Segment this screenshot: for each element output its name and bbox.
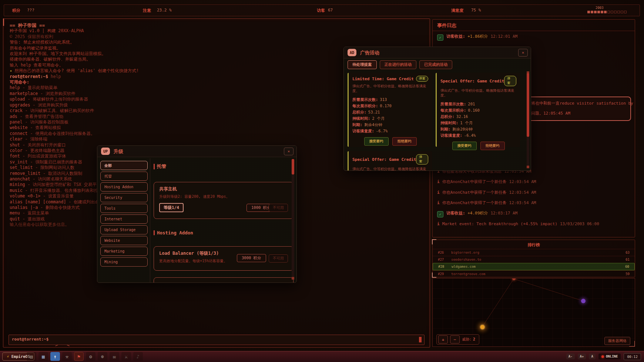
taskbar-icon[interactable]: ⚔ [121,352,131,361]
online-dot-icon [601,355,604,358]
close-icon[interactable]: × [518,49,528,57]
event-entry: iMarket event: Tech Breakthrough (+4.55%… [437,221,599,226]
visitors-value: 67 [328,8,333,13]
ad-offer-card: Limited Time: Game Credit 弹窗 弹出式广告。中等积分收… [348,73,432,147]
accept-offer-button[interactable]: 接受要约 [364,137,389,146]
popup-type-badge: 弹窗 [416,76,428,82]
info-icon: i [437,190,440,195]
echoed-command [48,74,51,79]
points-value: ??? [27,8,34,13]
category-button[interactable]: Internet [100,214,148,224]
category-button[interactable]: Marketing [100,247,148,256]
reject-offer-button[interactable]: 拒绝要约 [392,137,417,146]
info-icon: i [437,179,440,184]
category-button[interactable]: 托管 [100,172,148,181]
scrollbar[interactable] [527,71,529,168]
prompt: root@torrent:~$ [10,74,48,79]
taskbar-icon[interactable]: ▦ [38,352,48,361]
font-increase-button[interactable]: A+ [578,353,586,359]
level-badge: 等级1/4 [159,203,184,212]
visitors-label: 访客 [317,8,325,13]
year-progress-square [611,11,613,13]
scrollbar-thumb[interactable] [292,159,294,175]
terminal-input[interactable]: root@torrent:~$ [9,335,425,345]
scrollbar-thumb[interactable] [527,73,529,137]
year-progress-square [617,11,620,13]
upgrade-card-shared-host: 共享主机 升级到等级2: 容量200, 速度20 Mbps。 等级1/4 100… [154,182,294,219]
font-decrease-button[interactable]: A- [566,353,575,359]
leaderboard-row[interactable]: #28 wldgames.com 60 [433,263,635,270]
leaderboard-row[interactable]: #27 seedershaven.to 61 [433,256,635,263]
leaderboard-panel: 排行榜 #26 bigtorrent.org 63 #27 seedershav… [432,240,635,277]
leaderboard-title: 排行榜 [433,242,635,248]
attention-label: 注意 [143,8,151,13]
ad-tab[interactable]: 待处理提案 [348,60,377,69]
ad-tab[interactable]: 已完成的活动 [419,60,452,69]
category-button[interactable]: Mining [100,257,148,267]
zoom-out-button[interactable]: − [450,335,460,344]
scroll-down-arrow[interactable] [292,277,294,280]
taskbar-icon[interactable]: ⚒ [62,352,72,361]
category-button[interactable]: Upload Storage [100,225,148,234]
ad-modal-title: 广告活动 [360,50,379,56]
network-controls: + − 威胁:2 [436,334,479,345]
taskbar-icon[interactable]: ⚙ [86,352,95,361]
category-button[interactable]: Tools [100,204,148,213]
zoom-in-button[interactable]: + [438,335,448,344]
year-progress-square [591,11,593,13]
leaderboard-rows: #26 bigtorrent.org 63 #27 seedershaven.t… [433,249,635,277]
attention-value: 23.2 % [157,8,172,13]
taskbar-icon[interactable]: ⊕ [98,352,107,361]
leaderboard-row[interactable]: #29 torrentgroove.com 59 [433,270,635,277]
buy-button-disabled[interactable]: 不可用 [269,254,288,263]
ad-card-desc: 弹出式广告。中等积分收益。略微降低访客满意度。 [440,88,516,98]
server-node-active[interactable] [480,325,484,329]
taskbar-icon[interactable]: ✉ [110,352,119,361]
leaderboard-row[interactable]: #26 bigtorrent.org 63 [433,249,635,256]
divider [150,158,150,283]
ad-card-stats: 所需展示次数:313 每次展示积分:0.170 总积分:53.21 持续时间:2… [352,97,428,134]
ad-card-title: Special Offer: Game Credit [352,157,416,162]
upgrade-desc: 升级到等级2: 容量200, 速度20 Mbps。 [159,194,229,199]
upgrade-desc: 更高效地分配流量。每级+15%访客容量。 [159,258,227,264]
taskbar-icon[interactable]: ⚑ [74,352,84,361]
ad-card-desc: 弹出式广告。中等积分收益。略微降低访客满意度。 [352,84,428,93]
server-node-remote[interactable] [581,299,586,303]
category-button[interactable]: Website [100,236,148,245]
reject-offer-button[interactable]: 拒绝要约 [480,142,505,150]
category-button[interactable]: 全部 [100,161,148,170]
info-icon: i [437,200,440,205]
year-progress [587,11,627,13]
taskbar-icon[interactable]: ♪ [133,352,143,361]
ad-card-desc: 弹出式广告。中等积分收益。略微降低访客满意 [352,167,428,171]
close-icon[interactable]: × [284,148,294,155]
year-progress-square [587,11,590,13]
year-progress-square [597,11,600,13]
font-reset-button[interactable]: A [589,353,595,359]
ad-offer-card: Special Offer: Game Credit 弹窗 弹出式广告。中等积分… [436,73,520,147]
upgrade-badge-icon: UP [101,148,110,155]
popup-type-badge: 弹窗 [504,76,516,86]
event-entry: i你在AnonChat中获得了一个新任务12:03:54 AM [437,179,536,185]
stat-row: 每次展示积分:0.170 [352,103,428,109]
accept-offer-button[interactable]: 接受要约 [452,142,477,150]
buy-button-disabled[interactable]: 不可用 [269,204,288,212]
taskbar-icon[interactable]: ↑ [50,352,60,361]
server-network-button[interactable]: 服务器网络 [604,337,630,345]
price-tag: 3000 积分 [237,254,266,262]
stat-row: 持续时间:2 个月 [352,115,428,122]
clock: 00:12 [624,353,641,360]
year-value: 2003 [596,6,604,10]
info-icon: i [437,221,440,226]
ad-tab[interactable]: 正在进行的活动 [380,60,417,69]
category-button[interactable]: Security [100,193,148,202]
satisfaction-label: 满意度 [451,8,463,13]
scrollbar[interactable] [292,159,294,280]
ad-modal-titlebar: AD 广告活动 × [344,47,531,58]
taskbar: ⚡ EmpireOS ▤ ▦ ↑ ⚒ ⚑ ⚙ ⊕ ✉ ⚔ ♪ A- A+ A [0,351,644,362]
year-progress-square [594,11,597,13]
category-button[interactable]: Hosting Addon [100,182,148,192]
scroll-down-arrow[interactable] [527,166,529,168]
satisfaction-value: 75 % [471,8,481,13]
taskbar-icon[interactable]: ▤ [27,352,36,361]
